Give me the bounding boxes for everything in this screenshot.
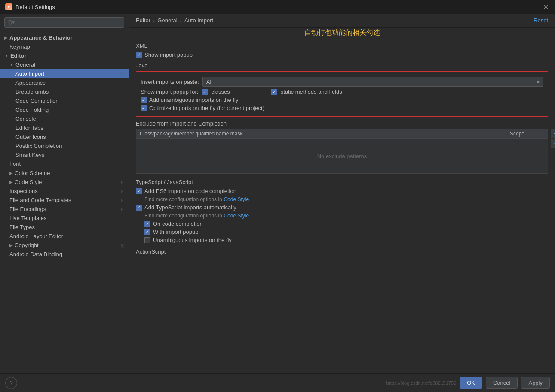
insert-imports-row: Insert imports on paste: All ▼ xyxy=(141,77,543,87)
add-typescript-row: Add TypeScript imports automatically xyxy=(136,204,548,211)
sidebar-item-smart-keys[interactable]: Smart Keys xyxy=(0,150,129,159)
sidebar-arrow-code-style: ▶ xyxy=(9,180,13,184)
sidebar-label-editor-tabs: Editor Tabs xyxy=(15,125,43,131)
typescript-label: TypeScript / JavaScript xyxy=(136,179,548,185)
sidebar-item-android-layout-editor[interactable]: Android Layout Editor xyxy=(0,232,129,241)
insert-imports-dropdown[interactable]: All ▼ xyxy=(202,77,543,87)
code-style-link-1[interactable]: Code Style xyxy=(224,196,249,202)
xml-section: XML Show import popup xyxy=(136,43,548,58)
sidebar-arrow-editor: ▼ xyxy=(4,53,9,58)
sidebar-item-editor-tabs[interactable]: Editor Tabs xyxy=(0,123,129,132)
sidebar-item-breadcrumbs[interactable]: Breadcrumbs xyxy=(0,87,129,96)
typescript-section: TypeScript / JavaScript Add ES6 imports … xyxy=(136,179,548,243)
sidebar-label-gutter-icons: Gutter Icons xyxy=(15,134,46,140)
sidebar-item-appearance[interactable]: Appearance xyxy=(0,78,129,87)
sidebar-label-console: Console xyxy=(15,116,36,122)
annotation-text: 自动打包功能的相关勾选 xyxy=(304,27,380,38)
ok-button[interactable]: OK xyxy=(460,377,482,389)
add-unambiguous-row: Add unambiguous imports on the fly xyxy=(141,97,543,103)
exclude-empty-text: No exclude patterns xyxy=(136,139,548,173)
sidebar-item-live-templates[interactable]: Live Templates xyxy=(0,214,129,223)
main-container: ▶ Appearance & BehaviorKeymap▼ Editor▼ G… xyxy=(0,14,555,373)
copy-icon-auto-import: ⎘ xyxy=(121,71,124,77)
sidebar-label-keymap: Keymap xyxy=(9,43,30,50)
show-import-popup-row: Show import popup for: classes static me… xyxy=(141,89,543,95)
on-code-completion-checkbox[interactable] xyxy=(144,221,150,227)
code-style-link-2[interactable]: Code Style xyxy=(224,213,249,219)
sidebar: ▶ Appearance & BehaviorKeymap▼ Editor▼ G… xyxy=(0,14,129,373)
sidebar-item-console[interactable]: Console xyxy=(0,114,129,123)
java-label: Java xyxy=(136,62,548,69)
breadcrumb: Editor › General › Auto Import xyxy=(136,17,213,24)
sidebar-item-auto-import[interactable]: Auto Import⎘ xyxy=(0,69,129,78)
with-import-popup-checkbox[interactable] xyxy=(144,229,150,235)
cancel-button[interactable]: Cancel xyxy=(486,377,518,389)
copy-icon-code-style: ⎘ xyxy=(121,180,124,185)
sidebar-label-android-data-binding: Android Data Binding xyxy=(9,251,62,257)
title-bar-left: ✦ Default Settings xyxy=(5,3,55,10)
help-button[interactable]: ? xyxy=(5,377,17,389)
sidebar-item-file-and-code-templates[interactable]: File and Code Templates⎘ xyxy=(0,196,129,205)
with-import-popup-label: With import popup xyxy=(153,229,199,235)
sidebar-item-code-style[interactable]: ▶ Code Style⎘ xyxy=(0,178,129,187)
optimize-imports-checkbox[interactable] xyxy=(141,105,147,111)
search-input[interactable] xyxy=(4,17,124,28)
add-unambiguous-checkbox[interactable] xyxy=(141,97,147,103)
static-methods-checkbox[interactable] xyxy=(271,89,277,95)
sidebar-label-code-folding: Code Folding xyxy=(15,107,49,113)
sidebar-label-postfix-completion: Postfix Completion xyxy=(15,143,62,149)
add-typescript-checkbox[interactable] xyxy=(136,205,142,211)
xml-show-import-popup-checkbox[interactable] xyxy=(136,52,142,58)
sidebar-arrow-appearance-behavior: ▶ xyxy=(4,35,8,40)
sidebar-item-editor[interactable]: ▼ Editor xyxy=(0,51,129,60)
static-methods-label: static methods and fields xyxy=(281,89,342,95)
add-es6-checkbox[interactable] xyxy=(136,188,142,194)
sidebar-search-area xyxy=(0,14,129,31)
help-icon: ? xyxy=(9,380,13,386)
sidebar-item-appearance-behavior[interactable]: ▶ Appearance & Behavior xyxy=(0,33,129,42)
sidebar-item-color-scheme[interactable]: ▶ Color Scheme xyxy=(0,168,129,178)
sidebar-item-copyright[interactable]: ▶ Copyright⎘ xyxy=(0,241,129,250)
apply-button[interactable]: Apply xyxy=(521,377,550,389)
unambiguous-imports-row: Unambiguous imports on the fly xyxy=(136,237,548,243)
sidebar-item-file-encodings[interactable]: File Encodings⎘ xyxy=(0,205,129,214)
content-scroll[interactable]: XML Show import popup Java Insert import… xyxy=(129,38,555,373)
sidebar-item-gutter-icons[interactable]: Gutter Icons xyxy=(0,132,129,141)
sidebar-item-general[interactable]: ▼ General xyxy=(0,60,129,69)
sidebar-label-smart-keys: Smart Keys xyxy=(15,152,44,158)
classes-checkbox[interactable] xyxy=(202,89,208,95)
exclude-col-main-header: Class/package/member qualified name mask xyxy=(140,131,510,137)
add-es6-row: Add ES6 imports on code completion xyxy=(136,188,548,194)
show-import-popup-label: Show import popup for: xyxy=(141,89,198,95)
exclude-remove-button[interactable]: − xyxy=(551,139,555,148)
sidebar-item-postfix-completion[interactable]: Postfix Completion xyxy=(0,141,129,150)
actionscript-label: ActionScript xyxy=(136,248,548,255)
sidebar-item-code-completion[interactable]: Code Completion xyxy=(0,96,129,105)
classes-label: classes xyxy=(211,89,230,95)
config-hint-text-1: Find more configuration options in xyxy=(144,196,222,202)
sidebar-label-color-scheme: Color Scheme xyxy=(15,170,50,176)
sidebar-item-keymap[interactable]: Keymap xyxy=(0,42,129,51)
sidebar-item-file-types[interactable]: File Types xyxy=(0,223,129,232)
sidebar-item-font[interactable]: Font xyxy=(0,159,129,168)
content-header: Editor › General › Auto Import Reset xyxy=(129,14,555,28)
sidebar-label-code-completion: Code Completion xyxy=(15,98,58,104)
app-icon: ✦ xyxy=(5,3,12,10)
sidebar-arrow-general: ▼ xyxy=(9,62,14,67)
reset-button[interactable]: Reset xyxy=(534,17,548,24)
close-button[interactable]: ✕ xyxy=(541,3,550,11)
dropdown-arrow-icon: ▼ xyxy=(533,80,543,85)
config-hint-text-2: Find more configuration options in xyxy=(144,213,222,219)
sidebar-item-code-folding[interactable]: Code Folding xyxy=(0,105,129,114)
sidebar-label-android-layout-editor: Android Layout Editor xyxy=(9,233,63,239)
sidebar-label-file-and-code-templates: File and Code Templates xyxy=(9,197,71,203)
sidebar-arrow-copyright: ▶ xyxy=(9,243,13,248)
config-hint-2: Find more configuration options in Code … xyxy=(136,212,548,219)
exclude-section: Exclude from Import and Completion Class… xyxy=(136,120,548,174)
exclude-add-button[interactable]: + xyxy=(551,129,555,138)
unambiguous-imports-checkbox[interactable] xyxy=(144,237,150,243)
sidebar-item-inspections[interactable]: Inspections⎘ xyxy=(0,187,129,196)
sidebar-item-android-data-binding[interactable]: Android Data Binding xyxy=(0,250,129,259)
sidebar-label-editor: Editor xyxy=(10,52,27,59)
sidebar-label-copyright: Copyright xyxy=(15,242,39,248)
